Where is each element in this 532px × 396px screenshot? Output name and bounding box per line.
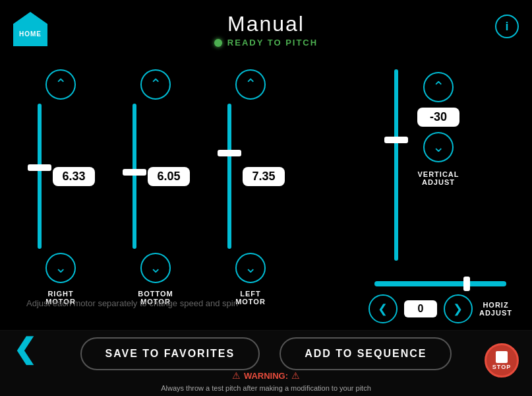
right-motor-up-button[interactable]: ⌃ [45, 69, 76, 100]
left-motor-handle[interactable] [218, 150, 241, 156]
horizontal-controls-row: ❮ 0 ❯ HORIZ ADJUST [369, 294, 512, 323]
right-motor-control: ⌃ 6.33 ⌄ RIGHT MOTOR [26, 69, 95, 306]
status-badge: READY TO PITCH [214, 38, 318, 48]
stop-button[interactable]: STOP [485, 343, 519, 378]
stop-label: STOP [492, 364, 511, 370]
horizontal-adjust-label: HORIZ ADJUST [479, 301, 512, 317]
vertical-up-button[interactable]: ⌃ [423, 72, 454, 102]
warning-body: Always throw a test pitch after making a… [161, 384, 371, 392]
warning-bar: ⚠ WARNING: ⚠ Always throw a test pitch a… [0, 370, 532, 393]
left-motor-label: LEFT MOTOR [235, 290, 266, 306]
horizontal-slider[interactable] [374, 277, 506, 290]
bottom-motor-up-button[interactable]: ⌃ [140, 69, 171, 100]
right-motor-value: 6.33 [53, 167, 95, 186]
horizontal-right-button[interactable]: ❯ [444, 294, 473, 323]
stop-icon [496, 351, 508, 363]
horizontal-handle[interactable] [463, 277, 470, 291]
horizontal-value: 0 [404, 300, 437, 317]
info-icon: i [505, 20, 508, 34]
motors-section: ⌃ 6.33 ⌄ RIGHT MOTOR ⌃ 6.05 ⌄ BOTTOM MOT… [26, 69, 285, 306]
horizontal-left-button[interactable]: ❮ [369, 294, 398, 323]
vertical-value: -30 [417, 108, 459, 127]
back-button[interactable]: ❮ [13, 335, 36, 363]
vertical-controls: ⌃ -30 ⌄ VERTICAL ADJUST [417, 69, 459, 186]
hint-text: Adjust each motor separately to change s… [26, 297, 238, 309]
right-motor-track [38, 104, 42, 249]
warning-icon: ⚠ [232, 370, 241, 381]
info-button[interactable]: i [495, 15, 519, 38]
right-motor-slider[interactable] [26, 104, 53, 249]
right-motor-handle[interactable] [28, 164, 51, 171]
bottom-motor-slider[interactable] [121, 104, 148, 249]
add-sequence-button[interactable]: ADD TO SEQUENCE [280, 337, 452, 370]
vertical-down-button[interactable]: ⌄ [423, 132, 454, 162]
status-text: READY TO PITCH [227, 38, 318, 48]
bottom-motor-control: ⌃ 6.05 ⌄ BOTTOM MOTOR [121, 69, 190, 306]
warning-title: WARNING: [244, 371, 288, 381]
page-title: Manual [214, 12, 318, 36]
bottom-motor-handle[interactable] [123, 169, 146, 176]
bottom-motor-value: 6.05 [148, 167, 190, 186]
vertical-adjust-section: ⌃ -30 ⌄ VERTICAL ADJUST [383, 69, 459, 261]
vertical-adjust-label: VERTICAL ADJUST [418, 170, 459, 186]
vertical-handle[interactable] [384, 137, 408, 143]
left-motor-value: 7.35 [243, 167, 285, 186]
vertical-slider[interactable] [383, 69, 409, 261]
bottom-bar: ❮ SAVE TO FAVORITES ADD TO SEQUENCE ⚠ WA… [0, 330, 532, 396]
bottom-motor-down-button[interactable]: ⌄ [140, 253, 171, 283]
left-motor-down-button[interactable]: ⌄ [235, 253, 266, 283]
vertical-track [394, 69, 398, 261]
left-motor-track [227, 104, 231, 249]
warning-icon-2: ⚠ [291, 370, 300, 381]
right-motor-down-button[interactable]: ⌄ [45, 253, 76, 283]
bottom-motor-track [133, 104, 136, 249]
title-section: Manual READY TO PITCH [214, 12, 318, 48]
status-indicator [214, 39, 222, 47]
left-motor-up-button[interactable]: ⌃ [235, 69, 266, 100]
save-favorites-button[interactable]: SAVE TO FAVORITES [80, 337, 260, 370]
horizontal-track [374, 281, 506, 286]
horizontal-adjust-section: ❮ 0 ❯ HORIZ ADJUST [369, 277, 512, 323]
left-motor-slider[interactable] [216, 104, 243, 249]
left-motor-control: ⌃ 7.35 ⌄ LEFT MOTOR [216, 69, 285, 306]
header: Manual READY TO PITCH [0, 0, 532, 59]
